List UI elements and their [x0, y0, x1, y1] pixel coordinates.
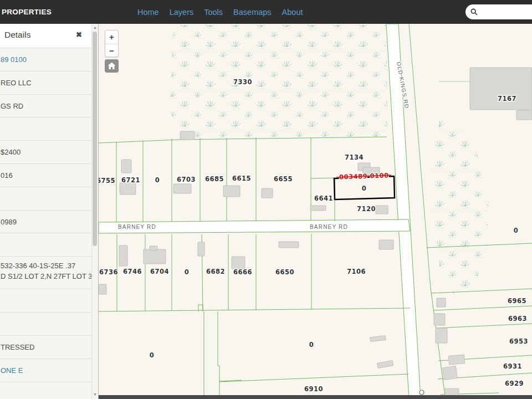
search-box[interactable]	[466, 4, 532, 19]
details-row-value: $2400	[0, 141, 92, 156]
parcel-label: 6931	[503, 362, 522, 370]
parcel-label: 6736	[99, 268, 118, 276]
building-footprint	[470, 68, 532, 110]
parcel-label: 6965	[508, 297, 526, 305]
details-row	[0, 312, 92, 335]
building-footprint	[99, 284, 106, 294]
parcel-label: 6746	[123, 268, 142, 275]
details-row-value	[0, 187, 92, 195]
details-panel: Details ✖ 89 0100REO LLCGS RD$2400016098…	[0, 24, 99, 399]
details-row	[0, 117, 92, 140]
building-footprint	[436, 328, 447, 343]
parcel-label: 6755	[99, 177, 115, 185]
details-row-value	[0, 117, 92, 125]
building-footprint	[144, 249, 166, 264]
details-row-value: 0989	[0, 211, 92, 226]
building-footprint	[120, 183, 136, 195]
nav-link-about[interactable]: About	[282, 8, 303, 17]
wetland-vegetation-area	[170, 25, 388, 139]
building-footprint	[279, 242, 299, 248]
details-row: 0989	[0, 210, 92, 233]
home-icon	[108, 62, 116, 70]
search-icon	[470, 8, 478, 16]
details-row-value[interactable]: ONE E	[0, 359, 92, 375]
zoom-out-button[interactable]: −	[105, 44, 118, 58]
details-row: REO LLC	[0, 71, 92, 94]
building-footprint	[516, 110, 532, 120]
parcel-label: 6655	[274, 175, 293, 183]
details-row	[0, 233, 92, 256]
parcel-label: 0	[514, 227, 519, 234]
building-footprint	[119, 245, 127, 266]
building-footprint	[443, 366, 458, 380]
home-extent-button[interactable]	[105, 59, 119, 73]
details-row-value[interactable]: 89 0100	[0, 48, 92, 64]
parcel-label: 6953	[509, 337, 528, 345]
details-row[interactable]: ONE E	[0, 359, 92, 382]
building-footprint	[379, 240, 393, 249]
details-row-value: TRESSED	[0, 336, 92, 351]
details-row-value	[0, 233, 92, 241]
building-footprint	[310, 206, 326, 211]
parcel-label: 6704	[150, 268, 169, 275]
nav-link-layers[interactable]: Layers	[170, 8, 194, 17]
road-label: BARNEY RD	[310, 224, 348, 230]
parcel-label: 6650	[275, 268, 294, 276]
building-footprint	[376, 206, 388, 214]
parcel-label: 6685	[205, 175, 224, 183]
scroll-up-icon[interactable]: ▲	[92, 24, 98, 31]
top-navbar: PROPERTIES HomeLayersToolsBasemapsAbout	[0, 0, 532, 24]
details-row-value: GS RD	[0, 95, 92, 110]
map-canvas[interactable]: 7330716767556721067036685661566557134066…	[99, 24, 532, 399]
road-label: BARNEY RD	[118, 224, 156, 230]
parcel-label: 0	[155, 176, 160, 184]
parcel-label: 0	[362, 185, 367, 192]
app-brand: PROPERTIES	[2, 8, 52, 16]
parcel-label: 0	[185, 268, 190, 276]
building-footprint	[198, 242, 204, 256]
nav-link-home[interactable]: Home	[137, 8, 159, 17]
building-footprint	[232, 257, 245, 269]
details-row-value: 016	[0, 164, 92, 180]
parcel-label: 0	[150, 351, 155, 359]
search-input[interactable]	[480, 8, 532, 17]
zoom-control: + −	[105, 30, 119, 57]
sidebar-scroll-thumb[interactable]	[93, 32, 97, 246]
zoom-in-button[interactable]: +	[105, 30, 118, 44]
details-row	[0, 289, 92, 312]
details-row-value	[0, 313, 92, 320]
parcel-label: 7167	[498, 95, 516, 103]
circle-marker	[420, 390, 424, 395]
building-footprint	[448, 355, 464, 365]
details-row: $2400	[0, 140, 92, 163]
building-footprint	[121, 160, 131, 173]
building-footprint	[150, 246, 157, 250]
nav-link-tools[interactable]: Tools	[204, 8, 223, 17]
parcel-label: 7120	[357, 205, 376, 213]
parcel-label: 0	[309, 341, 314, 349]
scroll-down-icon[interactable]: ▼	[92, 391, 98, 398]
parcel-label: 6910	[304, 385, 323, 393]
parcel-label: 6703	[177, 176, 196, 183]
details-rows: 89 0100REO LLCGS RD$24000160989532-336 4…	[0, 24, 92, 399]
parcel-label: 7330	[233, 78, 252, 86]
details-row-value	[0, 289, 92, 296]
nav-link-basemaps[interactable]: Basemaps	[233, 8, 272, 17]
parcel-label: 6682	[206, 268, 225, 275]
map-bottom-bar	[99, 395, 532, 399]
details-row: 016	[0, 163, 92, 187]
details-row[interactable]: 89 0100	[0, 48, 92, 71]
details-row	[0, 382, 92, 399]
parcel-map[interactable]: 7330716767556721067036685661566557134066…	[99, 24, 532, 399]
building-footprint	[223, 186, 240, 197]
parcel-label: 6615	[232, 175, 251, 182]
building-footprint	[434, 314, 445, 325]
building-footprint	[180, 131, 195, 140]
building-footprint	[437, 298, 446, 307]
parcel-label: 7134	[345, 154, 364, 161]
parcel-label: 6963	[508, 315, 527, 323]
details-row-value	[0, 382, 92, 390]
details-row: GS RD	[0, 94, 92, 117]
nav-links: HomeLayersToolsBasemapsAbout	[137, 0, 303, 24]
details-row: 532-336 40-1S-25E .37D S1/2 LOT 2,N 27FT…	[0, 256, 92, 289]
